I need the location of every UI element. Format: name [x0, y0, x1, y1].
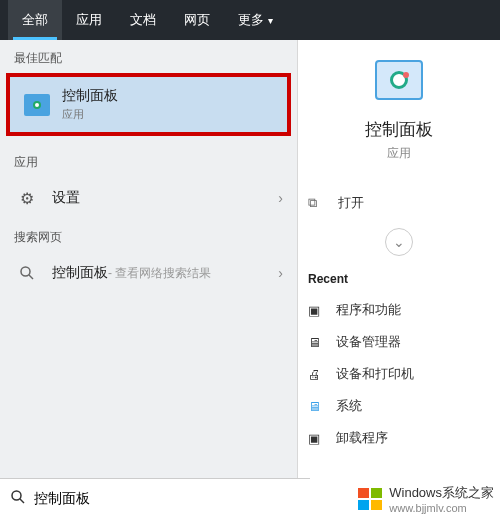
app-result-settings[interactable]: ⚙ 设置 › — [0, 177, 297, 219]
nav-label: 全部 — [22, 11, 48, 29]
nav-label: 网页 — [184, 11, 210, 29]
recent-item[interactable]: ▣卸载程序 — [298, 422, 500, 454]
recent-header: Recent — [298, 272, 500, 286]
svg-rect-6 — [358, 500, 369, 510]
chevron-right-icon: › — [278, 265, 283, 281]
search-bar[interactable] — [0, 478, 310, 518]
recent-label: 程序和功能 — [336, 301, 401, 319]
svg-line-3 — [20, 499, 24, 503]
action-label: 打开 — [338, 194, 364, 212]
chevron-down-icon: ⌄ — [393, 234, 405, 250]
result-title: 设置 — [52, 189, 80, 207]
chevron-right-icon: › — [278, 190, 283, 206]
recent-item[interactable]: 🖥系统 — [298, 390, 500, 422]
chevron-down-icon: ▾ — [268, 15, 273, 26]
section-apps: 应用 — [0, 144, 297, 177]
programs-icon: ▣ — [308, 303, 326, 318]
recent-label: 系统 — [336, 397, 362, 415]
highlight-box: 控制面板 应用 — [6, 73, 291, 136]
recent-label: 设备管理器 — [336, 333, 401, 351]
nav-label: 应用 — [76, 11, 102, 29]
preview-header: 控制面板 应用 — [298, 60, 500, 188]
result-title: 控制面板 — [52, 264, 108, 282]
uninstall-icon: ▣ — [308, 431, 326, 446]
nav-label: 文档 — [130, 11, 156, 29]
svg-rect-4 — [358, 488, 369, 498]
svg-rect-5 — [371, 488, 382, 498]
expand-button[interactable]: ⌄ — [385, 228, 413, 256]
devices-printers-icon: 🖨 — [308, 367, 326, 382]
result-hint: - 查看网络搜索结果 — [108, 265, 211, 282]
recent-label: 卸载程序 — [336, 429, 388, 447]
watermark: Windows系统之家 www.bjjmlv.com — [351, 480, 500, 518]
nav-tab-apps[interactable]: 应用 — [62, 0, 116, 40]
watermark-url: www.bjjmlv.com — [389, 502, 494, 514]
nav-tab-docs[interactable]: 文档 — [116, 0, 170, 40]
recent-item[interactable]: ▣程序和功能 — [298, 294, 500, 326]
recent-item[interactable]: 🖥设备管理器 — [298, 326, 500, 358]
system-icon: 🖥 — [308, 399, 326, 414]
recent-label: 设备和打印机 — [336, 365, 414, 383]
section-best-match: 最佳匹配 — [0, 40, 297, 73]
svg-line-1 — [29, 275, 33, 279]
result-text: 控制面板 应用 — [62, 87, 118, 122]
control-panel-icon — [24, 94, 50, 116]
svg-point-0 — [21, 267, 30, 276]
web-result[interactable]: 控制面板 - 查看网络搜索结果 › — [0, 252, 297, 294]
nav-tab-all[interactable]: 全部 — [8, 0, 62, 40]
result-subtitle: 应用 — [62, 107, 118, 122]
best-match-result[interactable]: 控制面板 应用 — [10, 77, 287, 132]
results-panel: 最佳匹配 控制面板 应用 应用 ⚙ 设置 › 搜索网页 — [0, 40, 298, 478]
search-icon — [14, 262, 40, 284]
watermark-text: Windows系统之家 — [389, 484, 494, 502]
search-input[interactable] — [34, 491, 300, 507]
preview-subtitle: 应用 — [387, 145, 411, 162]
svg-point-2 — [12, 491, 21, 500]
nav-tab-more[interactable]: 更多▾ — [224, 0, 287, 40]
open-action[interactable]: ⧉ 打开 — [298, 188, 500, 218]
top-nav: 全部 应用 文档 网页 更多▾ — [0, 0, 500, 40]
windows-logo-icon — [357, 486, 383, 512]
recent-item[interactable]: 🖨设备和打印机 — [298, 358, 500, 390]
main-area: 最佳匹配 控制面板 应用 应用 ⚙ 设置 › 搜索网页 — [0, 40, 500, 478]
preview-panel: 控制面板 应用 ⧉ 打开 ⌄ Recent ▣程序和功能 🖥设备管理器 🖨设备和… — [298, 40, 500, 478]
open-icon: ⧉ — [308, 195, 328, 211]
svg-rect-7 — [371, 500, 382, 510]
device-manager-icon: 🖥 — [308, 335, 326, 350]
control-panel-large-icon — [375, 60, 423, 100]
result-title: 控制面板 — [62, 87, 118, 105]
section-search-web: 搜索网页 — [0, 219, 297, 252]
search-icon — [10, 489, 26, 508]
gear-icon: ⚙ — [14, 187, 40, 209]
preview-title: 控制面板 — [365, 118, 433, 141]
nav-label: 更多 — [238, 11, 264, 29]
nav-tab-web[interactable]: 网页 — [170, 0, 224, 40]
